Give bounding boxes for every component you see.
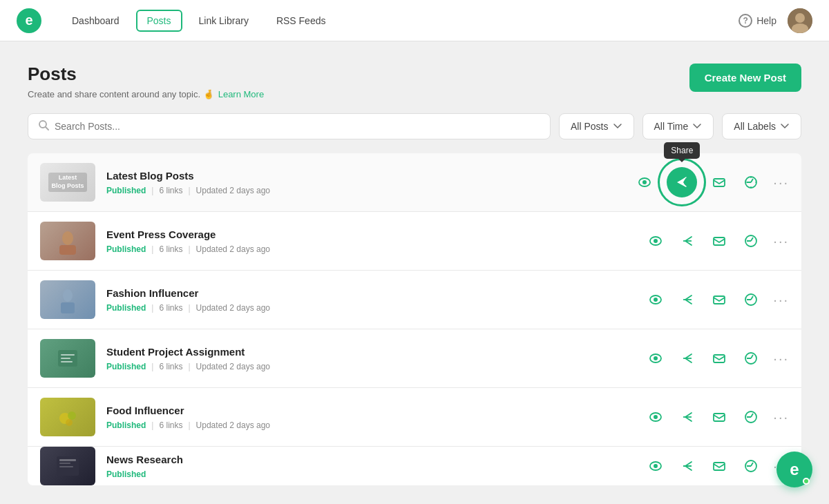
email-icon[interactable] bbox=[709, 290, 729, 309]
filter-all-time[interactable]: All Time bbox=[642, 113, 714, 139]
post-info: Event Press Coverage Published | 6 links… bbox=[106, 229, 646, 254]
nav-dashboard[interactable]: Dashboard bbox=[61, 10, 131, 32]
post-meta: Published | 6 links | Updated 2 days ago bbox=[106, 362, 646, 371]
email-icon[interactable] bbox=[709, 173, 729, 192]
svg-rect-38 bbox=[59, 463, 70, 464]
post-thumbnail bbox=[40, 339, 95, 378]
search-bar bbox=[28, 113, 551, 139]
online-indicator bbox=[803, 478, 810, 485]
post-info: Latest Blog Posts Published | 6 links | … bbox=[106, 170, 635, 195]
search-input[interactable] bbox=[55, 114, 540, 139]
filter-all-posts[interactable]: All Posts bbox=[559, 113, 633, 139]
svg-point-9 bbox=[62, 231, 73, 245]
post-actions: Share ··· bbox=[635, 167, 789, 197]
share-wrapper: Share bbox=[667, 167, 697, 197]
post-info: Food Influencer Published | 6 links | Up… bbox=[106, 405, 646, 430]
post-actions: ··· bbox=[646, 456, 789, 476]
post-item: Student Project Assignment Published | 6… bbox=[28, 329, 801, 388]
post-meta: Published bbox=[106, 469, 646, 479]
post-info: Fashion Influencer Published | 6 links |… bbox=[106, 287, 646, 313]
thumb-image bbox=[54, 286, 82, 313]
post-item: Fashion Influencer Published | 6 links |… bbox=[28, 271, 801, 329]
thumb-image bbox=[54, 227, 82, 255]
analytics-icon[interactable] bbox=[741, 290, 761, 309]
learn-more-link[interactable]: Learn More bbox=[218, 89, 264, 99]
page-subtitle: Create and share content around any topi… bbox=[28, 89, 264, 99]
analytics-icon[interactable] bbox=[741, 173, 761, 192]
svg-point-15 bbox=[63, 289, 73, 302]
analytics-icon[interactable] bbox=[741, 407, 761, 427]
help-icon: ? bbox=[739, 14, 752, 28]
view-icon[interactable] bbox=[646, 407, 665, 427]
post-thumbnail bbox=[40, 280, 95, 319]
app-logo[interactable]: e bbox=[17, 8, 41, 33]
chevron-down-icon bbox=[780, 122, 790, 131]
view-icon[interactable] bbox=[646, 290, 665, 309]
post-actions: ··· bbox=[646, 231, 789, 251]
svg-point-31 bbox=[66, 419, 73, 426]
share-icon[interactable] bbox=[678, 407, 697, 427]
help-button[interactable]: ? Help bbox=[739, 14, 776, 28]
post-title[interactable]: News Research bbox=[106, 454, 646, 465]
analytics-icon[interactable] bbox=[741, 231, 761, 251]
post-updated: Updated 2 days ago bbox=[196, 244, 270, 254]
email-icon[interactable] bbox=[709, 456, 729, 476]
svg-point-30 bbox=[68, 411, 76, 420]
floating-logo[interactable]: e bbox=[776, 452, 812, 487]
post-item: LatestBlog Posts Latest Blog Posts Publi… bbox=[28, 153, 801, 212]
share-icon[interactable] bbox=[678, 456, 697, 476]
more-options-icon[interactable]: ··· bbox=[773, 409, 789, 425]
view-icon[interactable] bbox=[635, 173, 654, 192]
page-header: Posts Create and share content around an… bbox=[28, 64, 801, 99]
post-title[interactable]: Student Project Assignment bbox=[106, 346, 646, 358]
share-icon[interactable] bbox=[678, 290, 697, 309]
share-icon[interactable] bbox=[667, 167, 697, 197]
create-new-post-button[interactable]: Create New Post bbox=[689, 64, 801, 92]
more-options-icon[interactable]: ··· bbox=[773, 292, 789, 308]
share-icon[interactable] bbox=[678, 349, 697, 368]
email-icon[interactable] bbox=[709, 231, 729, 251]
post-item: Event Press Coverage Published | 6 links… bbox=[28, 212, 801, 271]
more-options-icon[interactable]: ··· bbox=[773, 233, 789, 249]
post-title[interactable]: Food Influencer bbox=[106, 405, 646, 416]
analytics-icon[interactable] bbox=[741, 456, 761, 476]
navbar: e Dashboard Posts Link Library RSS Feeds… bbox=[0, 0, 829, 41]
post-status: Published bbox=[106, 186, 146, 195]
svg-point-26 bbox=[654, 356, 658, 360]
post-title[interactable]: Latest Blog Posts bbox=[106, 170, 635, 182]
svg-rect-22 bbox=[61, 354, 75, 356]
view-icon[interactable] bbox=[646, 349, 665, 368]
post-status: Published bbox=[106, 303, 146, 313]
view-icon[interactable] bbox=[646, 231, 665, 251]
post-meta: Published | 6 links | Updated 2 days ago bbox=[106, 303, 646, 313]
svg-point-6 bbox=[642, 180, 647, 184]
more-options-icon[interactable]: ··· bbox=[773, 351, 789, 367]
more-options-icon[interactable]: ··· bbox=[773, 175, 789, 191]
svg-point-12 bbox=[654, 239, 658, 243]
thumb-image bbox=[54, 452, 82, 480]
page-title-area: Posts Create and share content around an… bbox=[28, 64, 264, 99]
avatar[interactable] bbox=[788, 8, 812, 33]
post-title[interactable]: Fashion Influencer bbox=[106, 287, 646, 299]
analytics-icon[interactable] bbox=[741, 349, 761, 368]
view-icon[interactable] bbox=[646, 456, 665, 476]
nav-rss-feeds[interactable]: RSS Feeds bbox=[265, 10, 337, 32]
page-title: Posts bbox=[28, 64, 264, 85]
svg-point-1 bbox=[795, 13, 805, 23]
nav-posts[interactable]: Posts bbox=[136, 10, 182, 32]
post-actions: ··· bbox=[646, 407, 789, 427]
filter-all-labels[interactable]: All Labels bbox=[722, 113, 801, 139]
svg-rect-42 bbox=[714, 463, 725, 470]
svg-line-4 bbox=[46, 127, 48, 130]
post-info: News Research Published bbox=[106, 454, 646, 479]
post-meta: Published | 6 links | Updated 2 days ago bbox=[106, 420, 646, 430]
nav-link-library[interactable]: Link Library bbox=[188, 10, 260, 32]
post-title[interactable]: Event Press Coverage bbox=[106, 229, 646, 240]
email-icon[interactable] bbox=[709, 407, 729, 427]
email-icon[interactable] bbox=[709, 349, 729, 368]
post-item: Food Influencer Published | 6 links | Up… bbox=[28, 388, 801, 447]
svg-rect-24 bbox=[61, 361, 73, 362]
post-meta: Published | 6 links | Updated 2 days ago bbox=[106, 186, 635, 195]
floating-logo-icon: e bbox=[790, 460, 799, 479]
share-icon[interactable] bbox=[678, 231, 697, 251]
